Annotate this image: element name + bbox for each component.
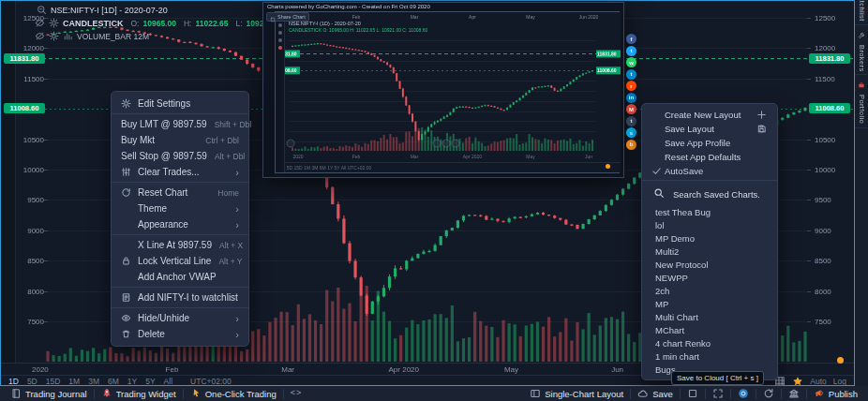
- share-gmail-icon[interactable]: M: [626, 104, 636, 114]
- saved-chart-multi-chart[interactable]: Multi Chart: [642, 310, 777, 323]
- cloud-icon: [637, 388, 649, 399]
- menu-item-save-app-profile[interactable]: Save App Profile: [642, 136, 777, 150]
- zoom-out-icon[interactable]: [37, 5, 47, 15]
- menu-item-hide-unhide[interactable]: Hide/Unhide›: [112, 310, 248, 326]
- price-label-pill: 11008.60: [4, 103, 45, 113]
- menu-item-reset-chart[interactable]: Reset ChartHome: [112, 185, 248, 200]
- refresh-button[interactable]: [756, 386, 781, 401]
- chart-icon: [270, 14, 276, 20]
- time-tick: 2020: [32, 365, 49, 374]
- mini-chart: 2020FebMarAprMayJun 2020 2020FebMarApr 2…: [275, 11, 620, 173]
- timeframe-15d[interactable]: 15D: [46, 377, 61, 386]
- saved-chart-test-thea-bug[interactable]: test Thea Bug: [642, 205, 777, 218]
- menu-item-add-nifty-i-to-watchlist[interactable]: Add NIFTY-I to watchlist: [112, 290, 248, 305]
- saved-chart-2ch[interactable]: 2ch: [642, 284, 777, 297]
- menu-item-appearance[interactable]: Appearance›: [112, 216, 248, 232]
- menu-item-reset-app-defaults[interactable]: Reset App Defaults: [642, 150, 777, 164]
- timezone-label[interactable]: UTC+02:00: [190, 377, 232, 386]
- saved-chart-lol[interactable]: lol: [642, 218, 777, 231]
- price-tick: 7500: [18, 318, 44, 326]
- saved-chart-1-min-chart[interactable]: 1 min chart: [642, 349, 777, 363]
- timeframe-1d[interactable]: 1D: [8, 377, 19, 386]
- share-tumblr-icon[interactable]: t: [626, 116, 636, 126]
- menu-item-x-line-at-9897-59[interactable]: X Line At 9897.59Alt + X: [112, 237, 248, 253]
- menu-item-lock-vertical-line[interactable]: Lock Vertical LineAlt + Y: [112, 253, 248, 269]
- menu-item-label: Save Layout: [665, 124, 756, 134]
- timeframe-6m[interactable]: 6M: [108, 377, 119, 386]
- trading-journal-button[interactable]: Trading Journal: [4, 386, 94, 401]
- sidebar-tab-watchlist[interactable]: Watchlist: [855, 0, 868, 25]
- volume-row: VOLUME_BAR 12M: [35, 31, 149, 41]
- menu-item-autosave[interactable]: AutoSave: [642, 164, 777, 178]
- mini-toolbar-strip: [276, 12, 285, 172]
- mini-date: 2020: [292, 154, 303, 159]
- mini-date: Mar: [411, 14, 419, 20]
- menu-item-buy-lmt-9897-59[interactable]: Buy LMT @ 9897.59Shift + Dbl: [112, 116, 248, 132]
- menu-item-theme[interactable]: Theme›: [112, 200, 248, 216]
- menu-item-buy-mkt[interactable]: Buy MktCtrl + Dbl: [112, 132, 248, 148]
- timeframe-5d[interactable]: 5D: [27, 377, 37, 386]
- chevron-right-icon: ›: [235, 168, 239, 177]
- docadd-icon: [121, 292, 138, 303]
- rocket-icon: [101, 388, 112, 399]
- gear-icon[interactable]: [49, 31, 59, 41]
- price-tick: 10500: [18, 136, 44, 144]
- eye-slash-icon[interactable]: [35, 31, 45, 41]
- sidebar-tab-portfolio[interactable]: Portfolio: [855, 75, 868, 127]
- saved-chart-4-chart-renko[interactable]: 4 chart Renko: [642, 336, 777, 349]
- bank-button[interactable]: [782, 386, 806, 401]
- share-whatsapp-icon[interactable]: w: [626, 57, 636, 67]
- timeframe-5y[interactable]: 5Y: [145, 377, 155, 386]
- menu-section: X Line At 9897.59Alt + XLock Vertical Li…: [112, 234, 248, 287]
- menu-item-edit-settings[interactable]: Edit Settings: [112, 96, 248, 111]
- gear-icon[interactable]: [49, 18, 59, 28]
- volume-label: VOLUME_BAR 12M: [77, 32, 149, 41]
- share-buffer-icon[interactable]: b: [626, 140, 636, 150]
- share-telegram-icon[interactable]: t: [626, 69, 636, 80]
- timeframe-all[interactable]: All: [164, 377, 172, 386]
- timeframe-3m[interactable]: 3M: [88, 377, 99, 386]
- menu-item-sell-stop-9897-59[interactable]: Sell Stop @ 9897.59Alt + Dbl: [112, 148, 248, 164]
- menu-item-save-layout[interactable]: Save Layout: [642, 122, 777, 136]
- share-reddit-icon[interactable]: r: [626, 81, 636, 91]
- price-tick: 9000: [815, 227, 831, 235]
- share-facebook-icon[interactable]: f: [626, 34, 636, 44]
- saved-chart-new-protocol[interactable]: New Protocol: [642, 258, 777, 271]
- timeframe-1m[interactable]: 1M: [68, 377, 80, 386]
- one-click-trading-button[interactable]: One-Click Trading: [184, 386, 283, 401]
- search-saved-charts[interactable]: Search Saved Charts.: [642, 183, 777, 205]
- publish-button[interactable]: Publish: [807, 386, 864, 401]
- menu-item-label: Hide/Unhide: [138, 313, 228, 323]
- save-button[interactable]: Save: [631, 386, 680, 401]
- price-tick: 8500: [18, 257, 44, 265]
- expand-button[interactable]: [706, 386, 730, 401]
- chevron-right-icon: ›: [235, 220, 239, 230]
- share-chart-tab[interactable]: Share Chart: [266, 12, 309, 22]
- log-scale-toggle[interactable]: Log: [833, 377, 846, 386]
- share-skype-icon[interactable]: s: [626, 127, 636, 138]
- menu-item-add-anchor-vwap[interactable]: Add Anchor VWAP: [112, 269, 248, 285]
- single-chart-layout-button[interactable]: Single-Chart Layout: [523, 386, 630, 401]
- menu-item-delete[interactable]: Delete›: [112, 326, 248, 342]
- sidebar-tab-brokers[interactable]: Brokers: [855, 25, 868, 76]
- square-button[interactable]: [681, 386, 705, 401]
- camera-button[interactable]: [731, 386, 756, 401]
- eye-slash-icon[interactable]: [35, 18, 45, 28]
- code-button[interactable]: <>: [284, 386, 308, 401]
- share-linkedin-icon[interactable]: in: [626, 93, 636, 103]
- timeframe-1y[interactable]: 1Y: [127, 377, 137, 386]
- auto-scale-toggle[interactable]: Auto: [810, 377, 827, 386]
- trading-widget-button[interactable]: Trading Widget: [95, 386, 183, 401]
- price-tick: 8500: [815, 257, 831, 265]
- saved-chart-newpp[interactable]: NEWPP: [642, 271, 777, 284]
- saved-chart-multi2[interactable]: Multi2: [642, 245, 777, 258]
- share-twitter-icon[interactable]: t: [626, 46, 636, 56]
- trash-icon: [121, 329, 138, 339]
- menu-item-create-new-layout[interactable]: Create New Layout: [642, 108, 777, 122]
- menu-item-clear-trades[interactable]: Clear Trades...›: [112, 164, 248, 180]
- saved-chart-mchart[interactable]: MChart: [642, 323, 777, 336]
- share-chart-preview[interactable]: Charts powered by GoCharting.com - Creat…: [262, 2, 624, 178]
- star-icon[interactable]: [792, 376, 803, 387]
- saved-chart-mp-demo[interactable]: MP Demo: [642, 231, 777, 245]
- saved-chart-mp[interactable]: MP: [642, 297, 777, 310]
